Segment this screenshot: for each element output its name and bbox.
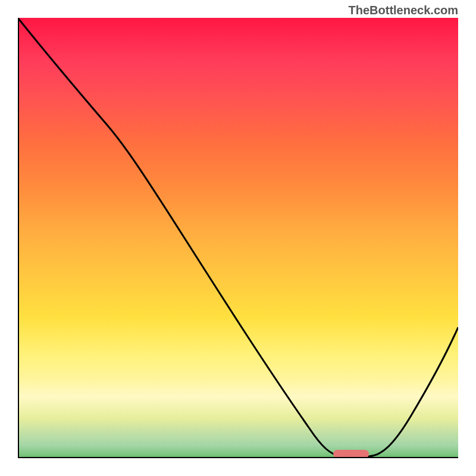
optimal-marker — [333, 450, 369, 458]
watermark-text: TheBottleneck.com — [349, 4, 458, 17]
gradient-background — [18, 18, 458, 458]
bottleneck-chart: TheBottleneck.com — [0, 0, 476, 476]
